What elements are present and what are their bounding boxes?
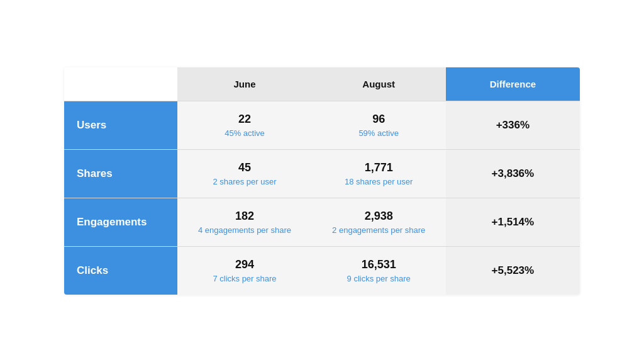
row-label-0: Users [64, 101, 177, 150]
row-august-1: 1,771 18 shares per user [312, 150, 446, 198]
row-june-0: 22 45% active [177, 101, 311, 150]
header-empty [64, 67, 177, 101]
table-row: Engagements 182 4 engagements per share … [64, 198, 580, 247]
diff-value: +3,836% [492, 167, 535, 179]
june-main-value: 45 [185, 161, 304, 174]
row-august-0: 96 59% active [312, 101, 446, 150]
june-sub-value: 7 clicks per share [185, 274, 304, 283]
table-row: Clicks 294 7 clicks per share 16,531 9 c… [64, 247, 580, 295]
august-main-value: 96 [319, 113, 438, 126]
row-august-3: 16,531 9 clicks per share [312, 247, 446, 295]
row-diff-2: +1,514% [446, 198, 580, 247]
row-august-2: 2,938 2 engagements per share [312, 198, 446, 247]
august-main-value: 16,531 [319, 258, 438, 271]
august-main-value: 2,938 [319, 210, 438, 223]
row-june-3: 294 7 clicks per share [177, 247, 311, 295]
row-label-3: Clicks [64, 247, 177, 295]
august-sub-value: 59% active [319, 128, 438, 138]
row-diff-1: +3,836% [446, 150, 580, 198]
diff-value: +5,523% [492, 264, 535, 276]
row-label-1: Shares [64, 150, 177, 198]
august-sub-value: 9 clicks per share [319, 274, 438, 283]
june-main-value: 22 [185, 113, 304, 126]
table-row: Users 22 45% active 96 59% active +336% [64, 101, 580, 150]
header-june: June [177, 67, 311, 101]
june-sub-value: 2 shares per user [185, 177, 304, 186]
diff-value: +336% [496, 119, 530, 131]
stats-table: June August Difference Users 22 45% acti… [64, 67, 580, 295]
row-june-2: 182 4 engagements per share [177, 198, 311, 247]
row-diff-3: +5,523% [446, 247, 580, 295]
august-sub-value: 18 shares per user [319, 177, 438, 186]
table-row: Shares 45 2 shares per user 1,771 18 sha… [64, 150, 580, 198]
header-difference: Difference [446, 67, 580, 101]
june-main-value: 294 [185, 258, 304, 271]
august-label: August [362, 79, 395, 89]
row-june-1: 45 2 shares per user [177, 150, 311, 198]
august-sub-value: 2 engagements per share [319, 225, 438, 235]
diff-value: +1,514% [492, 216, 535, 228]
header-august: August [312, 67, 446, 101]
june-main-value: 182 [185, 210, 304, 223]
row-diff-0: +336% [446, 101, 580, 150]
august-main-value: 1,771 [319, 161, 438, 174]
june-sub-value: 4 engagements per share [185, 225, 304, 235]
difference-label: Difference [490, 79, 536, 89]
june-label: June [233, 79, 255, 89]
row-label-2: Engagements [64, 198, 177, 247]
june-sub-value: 45% active [185, 128, 304, 138]
